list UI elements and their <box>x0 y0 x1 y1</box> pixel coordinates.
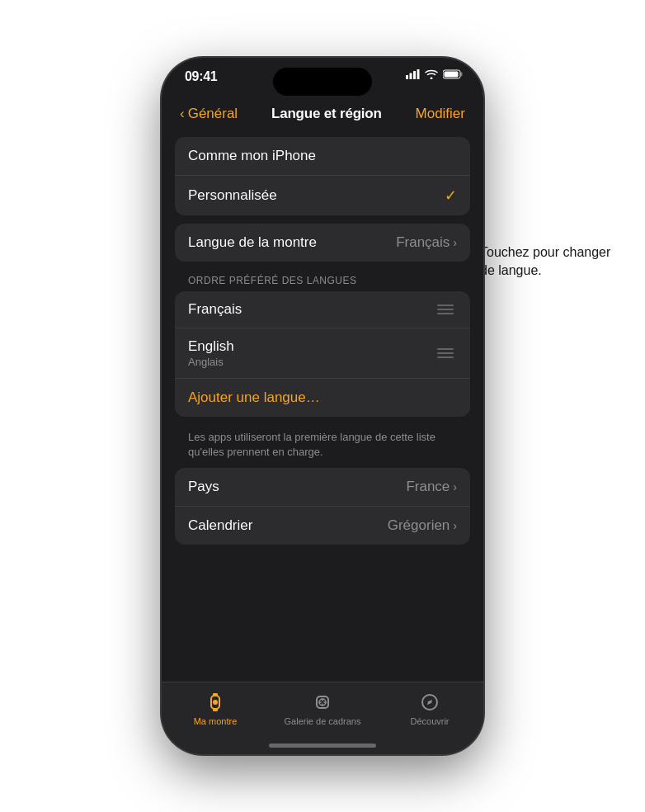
svg-rect-11 <box>317 696 328 708</box>
region-card: Pays France › Calendrier Grégorien › <box>175 468 470 545</box>
iphone-frame: 09:41 <box>162 58 483 754</box>
watch-language-value-container: Français › <box>396 234 457 251</box>
status-icons <box>406 69 464 79</box>
lang-francais-name: Français <box>188 301 242 318</box>
svg-rect-0 <box>406 75 408 79</box>
svg-rect-3 <box>417 69 420 79</box>
comme-iphone-label: Comme mon iPhone <box>188 148 316 164</box>
pays-value-container: France › <box>406 479 457 495</box>
cal-value: Grégorien <box>388 517 450 534</box>
calendrier-row[interactable]: Calendrier Grégorien › <box>175 506 470 545</box>
svg-point-10 <box>213 700 218 705</box>
content-area: Comme mon iPhone Personnalisée ✓ Langue … <box>162 130 483 553</box>
page-title: Langue et région <box>271 106 382 122</box>
lang-english-name: English <box>188 338 234 355</box>
cal-chevron-icon: › <box>453 519 457 532</box>
personnalisee-row[interactable]: Personnalisée ✓ <box>175 175 470 215</box>
lang-francais-info: Français <box>188 301 242 318</box>
lang-english-info: English Anglais <box>188 338 234 368</box>
pays-label: Pays <box>188 479 219 495</box>
signal-icon <box>406 69 420 79</box>
tab-galerie-label: Galerie de cadrans <box>285 716 361 726</box>
personnalisee-label: Personnalisée <box>188 187 277 204</box>
tab-decouvrir-label: Découvrir <box>410 716 449 726</box>
wifi-icon <box>425 69 438 79</box>
svg-rect-1 <box>410 73 412 80</box>
lang-order-card: Français English Anglais <box>175 291 470 417</box>
pays-row[interactable]: Pays France › <box>175 468 470 506</box>
lang-english-native: Anglais <box>188 356 234 368</box>
svg-rect-9 <box>213 709 218 711</box>
add-language-label: Ajouter une langue… <box>188 389 320 405</box>
pays-value: France <box>406 479 450 495</box>
svg-marker-18 <box>427 700 432 705</box>
helper-text: Les apps utiliseront la première langue … <box>175 425 470 468</box>
galerie-icon <box>311 691 334 714</box>
chevron-icon: › <box>453 236 457 249</box>
decouvrir-icon <box>418 691 441 714</box>
battery-icon <box>443 69 464 79</box>
lang-order-header: ORDRE PRÉFÉRÉ DES LANGUES <box>175 270 470 291</box>
modifier-button[interactable]: Modifier <box>416 106 465 122</box>
drag-handle-english[interactable] <box>434 345 457 361</box>
svg-rect-2 <box>413 71 416 79</box>
annotation-text: Touchez pour changer de langue. <box>480 243 612 281</box>
add-language-row[interactable]: Ajouter une langue… <box>175 378 470 417</box>
watch-language-label: Langue de la montre <box>188 234 317 251</box>
back-label: Général <box>188 106 238 122</box>
svg-rect-5 <box>461 73 463 77</box>
tab-ma-montre[interactable]: Ma montre <box>162 691 269 726</box>
drag-handle-francais[interactable] <box>434 301 457 318</box>
watch-language-value: Français <box>396 234 450 251</box>
tab-galerie[interactable]: Galerie de cadrans <box>269 691 376 726</box>
calendrier-label: Calendrier <box>188 517 252 534</box>
watch-language-card: Langue de la montre Français › <box>175 224 470 262</box>
tab-ma-montre-label: Ma montre <box>194 716 238 726</box>
lang-francais-row[interactable]: Français <box>175 291 470 328</box>
watch-language-row[interactable]: Langue de la montre Français › <box>175 224 470 262</box>
dynamic-island <box>273 68 372 96</box>
annotation: Touchez pour changer de langue. <box>480 243 612 281</box>
svg-rect-6 <box>445 72 459 78</box>
status-bar: 09:41 <box>162 58 483 99</box>
nav-bar: ‹ Général Langue et région Modifier <box>162 99 483 130</box>
tab-decouvrir[interactable]: Découvrir <box>376 691 483 726</box>
back-button[interactable]: ‹ Général <box>180 106 238 122</box>
lang-english-row[interactable]: English Anglais <box>175 328 470 378</box>
ma-montre-icon <box>204 691 227 714</box>
cal-value-container: Grégorien › <box>388 517 457 534</box>
sync-options-card: Comme mon iPhone Personnalisée ✓ <box>175 137 470 215</box>
status-time: 09:41 <box>185 69 217 84</box>
checkmark-icon: ✓ <box>445 186 457 205</box>
back-chevron-icon: ‹ <box>180 106 185 122</box>
svg-rect-8 <box>213 693 218 696</box>
home-indicator <box>269 744 376 748</box>
screen: 09:41 <box>162 58 483 754</box>
comme-iphone-row[interactable]: Comme mon iPhone <box>175 137 470 175</box>
pays-chevron-icon: › <box>453 480 457 493</box>
